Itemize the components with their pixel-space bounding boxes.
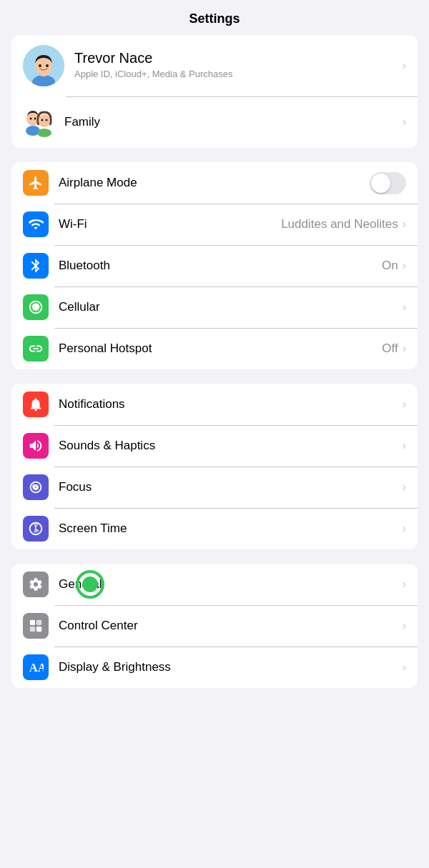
chevron-icon: › [403, 661, 406, 674]
chevron-icon: › [403, 218, 406, 231]
wifi-label: Wi-Fi [59, 217, 281, 231]
chevron-icon: › [403, 59, 406, 72]
general-section: General › Control Center › AA Display & … [11, 564, 418, 688]
notifications-label: Notifications [59, 397, 403, 411]
svg-rect-18 [36, 627, 41, 632]
apple-id-row[interactable]: Trevor Nace Apple ID, iCloud+, Media & P… [11, 35, 418, 96]
avatar [23, 45, 64, 86]
profile-name: Trevor Nace [74, 50, 403, 66]
svg-point-7 [30, 118, 32, 120]
focus-icon [23, 474, 49, 500]
wifi-row[interactable]: Wi-Fi Luddites and Neolites › [11, 204, 418, 245]
profile-section: Trevor Nace Apple ID, iCloud+, Media & P… [11, 35, 418, 148]
svg-point-5 [46, 64, 49, 67]
family-label: Family [64, 115, 403, 129]
wifi-icon [23, 211, 49, 237]
svg-rect-17 [30, 627, 35, 632]
chevron-icon: › [403, 578, 406, 591]
cellular-row[interactable]: Cellular › [11, 286, 418, 328]
sounds-haptics-label: Sounds & Haptics [59, 439, 403, 453]
display-brightness-icon: AA [23, 654, 49, 680]
green-indicator-inner [82, 577, 98, 592]
screen-time-icon [23, 516, 49, 542]
airplane-mode-icon [23, 170, 49, 196]
wifi-value: Luddites and Neolites [281, 217, 398, 231]
svg-point-4 [39, 64, 41, 67]
cellular-label: Cellular [59, 300, 403, 314]
notifications-row[interactable]: Notifications › [11, 384, 418, 425]
personal-hotspot-row[interactable]: Personal Hotspot Off › [11, 328, 418, 369]
screen-time-label: Screen Time [59, 522, 403, 536]
svg-point-8 [34, 118, 36, 120]
personal-hotspot-label: Personal Hotspot [59, 341, 382, 356]
svg-point-10 [38, 114, 51, 127]
personal-hotspot-value: Off [382, 341, 398, 356]
focus-label: Focus [59, 480, 403, 494]
control-center-icon [23, 613, 49, 639]
chevron-icon: › [403, 619, 406, 632]
cellular-icon [23, 294, 49, 320]
bluetooth-icon [23, 253, 49, 279]
svg-point-12 [46, 119, 48, 121]
connectivity-section: Airplane Mode Wi-Fi Luddites and Neolite… [11, 162, 418, 369]
chevron-icon: › [403, 116, 406, 129]
bluetooth-value: On [382, 259, 398, 273]
chevron-icon: › [403, 439, 406, 452]
svg-rect-16 [36, 620, 41, 625]
svg-point-11 [41, 119, 44, 121]
family-avatar [23, 106, 54, 138]
chevron-icon: › [403, 301, 406, 314]
personal-hotspot-icon [23, 336, 49, 361]
notifications-icon [23, 391, 49, 417]
general-icon [23, 572, 49, 597]
control-center-label: Control Center [59, 619, 403, 633]
svg-point-3 [35, 58, 52, 75]
general-row[interactable]: General › [11, 564, 418, 605]
chevron-icon: › [403, 342, 406, 355]
chevron-icon: › [403, 522, 406, 535]
display-brightness-label: Display & Brightness [59, 660, 403, 674]
page-title: Settings [0, 0, 429, 35]
airplane-mode-toggle[interactable] [370, 172, 406, 194]
svg-point-14 [34, 306, 37, 309]
screen-time-row[interactable]: Screen Time › [11, 508, 418, 549]
profile-subtitle: Apple ID, iCloud+, Media & Purchases [74, 68, 403, 81]
svg-text:AA: AA [29, 661, 44, 674]
general-label: General [59, 577, 403, 592]
sounds-haptics-icon [23, 433, 49, 459]
airplane-mode-label: Airplane Mode [59, 176, 370, 190]
svg-point-13 [37, 129, 51, 137]
focus-row[interactable]: Focus › [11, 467, 418, 508]
bluetooth-label: Bluetooth [59, 259, 382, 273]
profile-info: Trevor Nace Apple ID, iCloud+, Media & P… [74, 50, 403, 81]
sounds-haptics-row[interactable]: Sounds & Haptics › [11, 425, 418, 467]
chevron-icon: › [403, 259, 406, 272]
control-center-row[interactable]: Control Center › [11, 605, 418, 647]
chevron-icon: › [403, 398, 406, 411]
family-row[interactable]: Family › [11, 96, 418, 148]
green-indicator [76, 570, 104, 599]
chevron-icon: › [403, 481, 406, 494]
svg-rect-15 [30, 620, 35, 625]
bluetooth-row[interactable]: Bluetooth On › [11, 245, 418, 286]
airplane-mode-row[interactable]: Airplane Mode [11, 162, 418, 204]
display-brightness-row[interactable]: AA Display & Brightness › [11, 647, 418, 688]
notifications-section: Notifications › Sounds & Haptics › Focus… [11, 384, 418, 549]
